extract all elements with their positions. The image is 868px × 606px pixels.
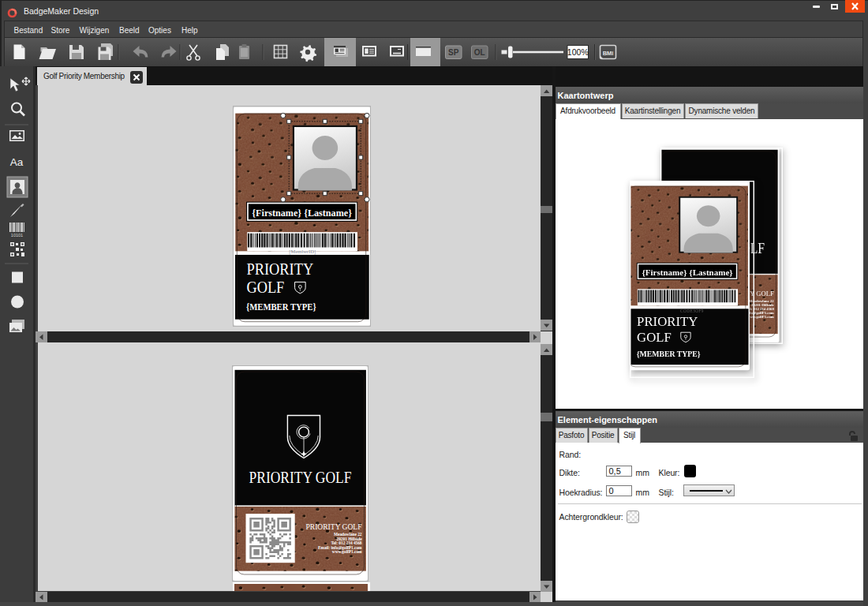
svg-text:BMi: BMi xyxy=(603,50,614,57)
svg-text:100%: 100% xyxy=(567,47,589,57)
svg-text:CODE3OF9: CODE3OF9 xyxy=(680,309,704,314)
svg-text:SP: SP xyxy=(448,48,459,57)
svg-text:Aa: Aa xyxy=(10,156,24,168)
svg-text:OL: OL xyxy=(474,48,485,57)
svg-text:10101: 10101 xyxy=(11,233,23,238)
